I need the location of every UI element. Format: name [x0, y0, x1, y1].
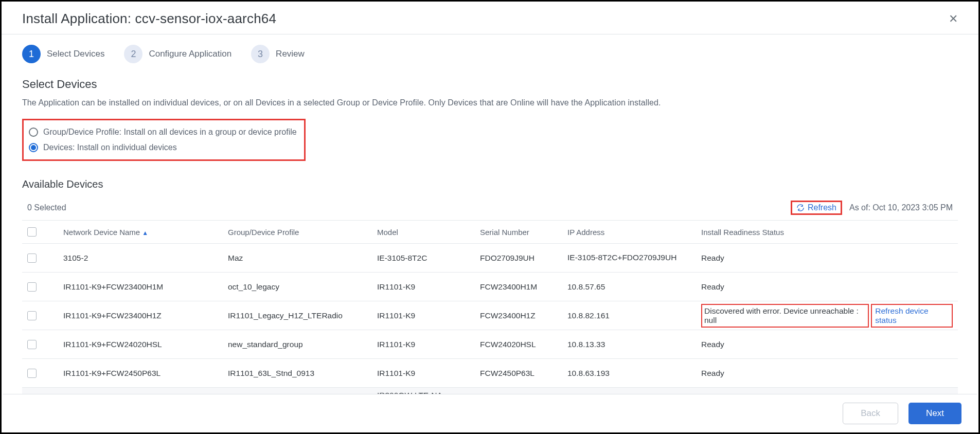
- selected-count: 0 Selected: [27, 203, 66, 212]
- table-row: IR1101-K9+FCW24020HSL new_standard_group…: [22, 330, 958, 359]
- refresh-icon: [796, 204, 805, 212]
- step-label: Select Devices: [47, 49, 104, 59]
- radio-label: Group/Device Profile: Install on all dev…: [43, 128, 297, 137]
- cell-ip: IE-3105-8T2C+FDO2709J9UH: [567, 252, 701, 263]
- step-select-devices[interactable]: 1 Select Devices: [22, 45, 104, 63]
- modal-header: Install Application: ccv-sensor-iox-aarc…: [2, 2, 978, 34]
- cell-group: IR1101_63L_Stnd_0913: [228, 369, 377, 378]
- cell-group: IR1101_Legacy_H1Z_LTERadio: [228, 311, 377, 320]
- cell-group: new_standard_group: [228, 340, 377, 349]
- table-toolbar: 0 Selected Refresh As of: Oct 10, 2023 3…: [22, 201, 958, 215]
- cell-name: 3105-2: [63, 254, 228, 263]
- column-header-serial[interactable]: Serial Number: [480, 228, 567, 237]
- radio-individual-devices[interactable]: Devices: Install on individual devices: [29, 141, 297, 154]
- step-number: 1: [22, 45, 41, 63]
- table-row: 3105-2 Maz IE-3105-8T2C FDO2709J9UH IE-3…: [22, 244, 958, 273]
- table-header-row: Network Device Name▲ Group/Device Profil…: [22, 220, 958, 244]
- radio-icon: [29, 143, 38, 152]
- cell-serial: FCW2450P63L: [480, 369, 567, 378]
- next-button[interactable]: Next: [908, 403, 961, 424]
- row-checkbox[interactable]: [27, 340, 37, 349]
- status-error-text: Discovered with error. Device unreachabl…: [701, 304, 869, 328]
- radio-label: Devices: Install on individual devices: [43, 143, 177, 152]
- stepper: 1 Select Devices 2 Configure Application…: [22, 45, 958, 63]
- cell-status: Discovered with error. Device unreachabl…: [701, 304, 953, 328]
- as-of-timestamp: As of: Oct 10, 2023 3:05 PM: [849, 203, 953, 212]
- step-label: Review: [276, 49, 305, 59]
- cell-name: IR1101-K9+FCW2450P63L: [63, 369, 228, 378]
- column-header-status[interactable]: Install Readiness Status: [701, 228, 953, 237]
- section-description: The Application can be installed on indi…: [22, 98, 958, 107]
- column-header-ip[interactable]: IP Address: [567, 228, 701, 237]
- cell-model: IR1101-K9: [377, 282, 480, 292]
- cell-ip: 10.8.63.193: [567, 369, 701, 378]
- cell-name: IR1101-K9+FCW24020HSL: [63, 340, 228, 349]
- step-review[interactable]: 3 Review: [251, 45, 305, 63]
- refresh-label: Refresh: [808, 203, 836, 212]
- modal-title: Install Application: ccv-sensor-iox-aarc…: [22, 11, 276, 27]
- modal-footer: Back Next: [3, 394, 977, 432]
- cell-ip: 10.8.13.33: [567, 340, 701, 349]
- cell-group: Maz: [228, 254, 377, 263]
- back-button[interactable]: Back: [843, 403, 898, 424]
- cell-status: Ready: [701, 369, 953, 378]
- refresh-button[interactable]: Refresh: [791, 201, 842, 215]
- cell-name: IR1101-K9+FCW23400H1M: [63, 282, 228, 292]
- close-icon: ✕: [949, 12, 958, 25]
- step-configure-application[interactable]: 2 Configure Application: [124, 45, 231, 63]
- radio-group-device-profile[interactable]: Group/Device Profile: Install on all dev…: [29, 125, 297, 139]
- row-checkbox[interactable]: [27, 254, 37, 263]
- table-row: IR1101-K9+FCW23400H1M oct_10_legacy IR11…: [22, 273, 958, 301]
- row-checkbox[interactable]: [27, 282, 37, 292]
- close-button[interactable]: ✕: [949, 13, 958, 25]
- cell-name: IR1101-K9+FCW23400H1Z: [63, 311, 228, 320]
- row-checkbox[interactable]: [27, 369, 37, 378]
- cell-ip: 10.8.57.65: [567, 282, 701, 292]
- select-all-checkbox[interactable]: [27, 227, 37, 237]
- cell-serial: FCW24020HSL: [480, 340, 567, 349]
- step-number: 3: [251, 45, 270, 63]
- cell-model: IE-3105-8T2C: [377, 254, 480, 263]
- step-number: 2: [124, 45, 142, 63]
- cell-status: Ready: [701, 282, 953, 292]
- available-devices-title: Available Devices: [22, 178, 958, 190]
- cell-model: IR1101-K9: [377, 340, 480, 349]
- refresh-device-status-link[interactable]: Refresh device status: [871, 304, 953, 328]
- cell-serial: FDO2709J9UH: [480, 254, 567, 263]
- table-row: IR1101-K9+FCW23400H1Z IR1101_Legacy_H1Z_…: [22, 301, 958, 330]
- column-header-name[interactable]: Network Device Name▲: [63, 228, 228, 237]
- cell-ip: 10.8.82.161: [567, 311, 701, 320]
- table-row: IR1101-K9+FCW2450P63L IR1101_63L_Stnd_09…: [22, 359, 958, 388]
- column-header-group[interactable]: Group/Device Profile: [228, 228, 377, 237]
- cell-status: Ready: [701, 254, 953, 263]
- sort-ascending-icon: ▲: [142, 229, 148, 237]
- cell-model: IR1101-K9: [377, 311, 480, 320]
- cell-serial: FCW23400H1M: [480, 282, 567, 292]
- row-checkbox[interactable]: [27, 311, 37, 320]
- cell-serial: FCW23400H1Z: [480, 311, 567, 320]
- radio-icon: [29, 128, 38, 137]
- install-scope-radio-group: Group/Device Profile: Install on all dev…: [22, 119, 306, 161]
- column-header-model[interactable]: Model: [377, 228, 480, 237]
- devices-table: Network Device Name▲ Group/Device Profil…: [22, 220, 958, 400]
- cell-status: Ready: [701, 340, 953, 349]
- cell-group: oct_10_legacy: [228, 282, 377, 292]
- section-title: Select Devices: [22, 78, 958, 91]
- cell-model: IR1101-K9: [377, 369, 480, 378]
- step-label: Configure Application: [149, 49, 231, 59]
